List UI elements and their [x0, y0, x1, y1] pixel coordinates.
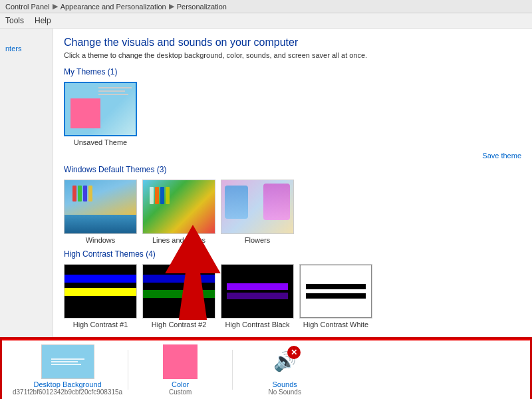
theme-windows-label: Windows [86, 236, 116, 244]
title-bar: Control Panel ▶ Appearance and Personali… [0, 0, 532, 13]
sounds-no-icon: ✕ [287, 346, 301, 359]
theme-hc-white-thumbnail [299, 264, 372, 319]
breadcrumb-sep2: ▶ [169, 2, 174, 11]
theme-lines-thumbnail [142, 180, 215, 234]
theme-hc-white-label: High Contrast White [303, 321, 368, 329]
theme-unsaved-label: Unsaved Theme [74, 138, 128, 146]
theme-flowers-thumbnail [221, 180, 294, 234]
my-themes-label: My Themes (1) [64, 67, 521, 76]
theme-hc-black-label: High Contrast Black [225, 321, 289, 329]
windows-themes-grid: Windows [64, 180, 521, 244]
breadcrumb-part1[interactable]: Control Panel [5, 3, 50, 11]
bottom-bar-wrapper: Desktop Background d371f2bf6012342b9cbf2… [0, 337, 532, 399]
theme-windows[interactable]: Windows [64, 180, 137, 244]
page-subtitle: Click a theme to change the desktop back… [64, 51, 521, 59]
bottom-bar: Desktop Background d371f2bf6012342b9cbf2… [2, 339, 530, 399]
sounds-icon-wrapper: 🔊 ✕ [267, 344, 302, 379]
theme-lines[interactable]: Lines and colors [142, 180, 215, 244]
bottom-sounds[interactable]: 🔊 ✕ Sounds No Sounds [238, 344, 331, 396]
theme-flowers[interactable]: Flowers [221, 180, 294, 244]
my-themes-grid: Unsaved Theme [64, 82, 521, 146]
bottom-desktop-background[interactable]: Desktop Background d371f2bf6012342b9cbf2… [13, 344, 122, 396]
content-area: Change the visuals and sounds on your co… [53, 29, 532, 337]
sidebar-item-2[interactable]: nters [0, 42, 53, 55]
hc-themes-grid: High Contrast #1 High Contrast #2 [64, 264, 521, 329]
theme-hc2-thumbnail [142, 264, 215, 319]
bg-thumbnail [41, 344, 94, 379]
divider-1 [128, 350, 128, 390]
sidebar-item-1[interactable] [0, 34, 53, 39]
theme-lines-label: Lines and colors [152, 236, 205, 244]
menu-bar: Tools Help [0, 13, 532, 29]
theme-hc1-label: High Contrast #1 [73, 321, 128, 329]
bottom-color[interactable]: Color Custom [134, 344, 227, 396]
theme-hc1-thumbnail [64, 264, 137, 319]
sounds-link[interactable]: Sounds [273, 380, 297, 388]
theme-hc1[interactable]: High Contrast #1 [64, 264, 137, 329]
menu-tools[interactable]: Tools [0, 15, 29, 27]
hc-themes-label: High Contrast Themes (4) [64, 249, 521, 259]
menu-help[interactable]: Help [29, 15, 57, 27]
save-theme-link[interactable]: Save theme [64, 152, 521, 160]
color-link[interactable]: Color [172, 380, 189, 388]
sounds-sublabel: No Sounds [268, 388, 301, 396]
divider-2 [232, 350, 233, 390]
theme-hc2[interactable]: High Contrast #2 [142, 264, 215, 329]
breadcrumb-part3: Personalization [177, 3, 227, 11]
theme-unsaved[interactable]: Unsaved Theme [64, 82, 137, 146]
theme-hc-black[interactable]: High Contrast Black [221, 264, 294, 329]
page-title: Change the visuals and sounds on your co… [64, 37, 521, 49]
desktop-background-link[interactable]: Desktop Background [34, 380, 102, 388]
theme-hc-black-thumbnail [221, 264, 294, 319]
breadcrumb-sep1: ▶ [53, 2, 58, 11]
desktop-background-sublabel: d371f2bf6012342b9cbf20cfc908315a [13, 388, 122, 396]
theme-hc2-label: High Contrast #2 [152, 321, 207, 329]
sidebar: nters [0, 29, 53, 337]
theme-flowers-label: Flowers [245, 236, 271, 244]
main-layout: nters Change the visuals and sounds on y… [0, 29, 532, 337]
theme-unsaved-thumbnail [64, 82, 137, 136]
color-sublabel: Custom [169, 388, 192, 396]
breadcrumb-part2[interactable]: Appearance and Personalization [61, 3, 166, 11]
theme-hc-white[interactable]: High Contrast White [299, 264, 372, 329]
theme-windows-thumbnail [64, 180, 137, 234]
color-swatch [163, 344, 198, 379]
windows-themes-label: Windows Default Themes (3) [64, 165, 521, 174]
